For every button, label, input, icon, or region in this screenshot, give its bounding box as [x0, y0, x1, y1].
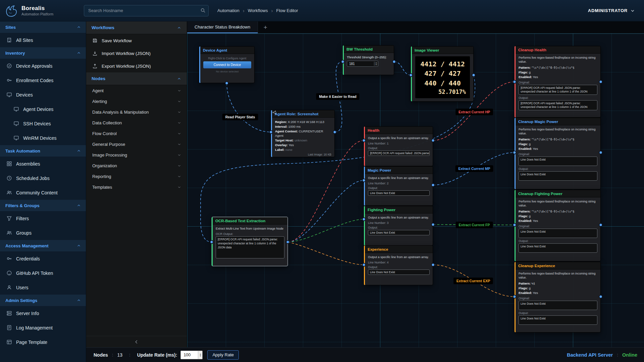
- section-admin-settings[interactable]: Admin Settings: [0, 295, 86, 306]
- sidebar-item-server-info[interactable]: Server Info: [0, 306, 86, 320]
- collapse-panel-button[interactable]: [86, 336, 187, 347]
- sidebar-item-filters[interactable]: Filters: [0, 211, 86, 226]
- connection-port[interactable]: [393, 60, 396, 63]
- breadcrumb-automation[interactable]: Automation: [217, 8, 239, 13]
- sidebar-item-label: Scheduled Jobs: [16, 176, 50, 181]
- connection-port[interactable]: [333, 131, 336, 134]
- user-menu[interactable]: ADMINISTRATOR: [588, 8, 635, 13]
- node-category-templates[interactable]: Templates: [86, 182, 187, 192]
- chevron-down-icon: [177, 131, 181, 136]
- section-sites[interactable]: Sites: [0, 21, 86, 33]
- sidebar-item-all-sites[interactable]: All Sites: [0, 33, 86, 47]
- connection-port[interactable]: [599, 80, 602, 83]
- sidebar-item-enrollment-codes[interactable]: Enrollment Codes: [0, 73, 86, 87]
- sidebar-item-label: Server Info: [16, 311, 39, 316]
- chevron-down-icon: [177, 142, 181, 146]
- sidebar-item-devices[interactable]: Devices: [0, 87, 86, 102]
- update-rate-label: Update Rate (ms):: [137, 352, 177, 358]
- breadcrumb-flow-editor[interactable]: Flow Editor: [276, 8, 298, 13]
- node-category-data-collection[interactable]: Data Collection: [86, 117, 187, 128]
- nodes-header[interactable]: Nodes: [86, 72, 187, 85]
- sidebar-item-ssh-devices[interactable]: SSH Devices: [0, 116, 86, 131]
- grid-icon: [6, 161, 12, 167]
- chevron-up-icon: [76, 148, 81, 153]
- connection-port[interactable]: [286, 241, 289, 244]
- sidebar-item-agent-devices[interactable]: Agent Devices: [0, 102, 86, 116]
- chevron-left-icon: [134, 339, 139, 345]
- connection-port[interactable]: [225, 82, 228, 85]
- tab-character-status-breakdown[interactable]: Character Status Breakdown: [187, 21, 258, 33]
- node-category-organization[interactable]: Organization: [86, 160, 187, 171]
- section-task-automation[interactable]: Task Automation: [0, 145, 86, 157]
- sidebar-item-assemblies[interactable]: Assemblies: [0, 157, 86, 171]
- workflows-header[interactable]: Workflows: [86, 21, 187, 34]
- export-icon: [92, 63, 98, 69]
- connection-port[interactable]: [432, 223, 435, 226]
- node-category-alerting[interactable]: Alerting: [86, 96, 187, 107]
- sidebar-item-users[interactable]: Users: [0, 280, 86, 295]
- node-category-reporting[interactable]: Reporting: [86, 171, 187, 182]
- connection-port[interactable]: [363, 139, 366, 142]
- import-workflow-json-button[interactable]: Import Workflow (JSON): [86, 47, 187, 60]
- connection-port[interactable]: [270, 131, 273, 134]
- breadcrumb: Automation › Workflows › Flow Editor: [217, 8, 298, 13]
- category-label: Image Processing: [92, 153, 127, 158]
- connection-port[interactable]: [210, 241, 213, 244]
- chevron-right-icon: ›: [271, 8, 273, 13]
- sidebar-item-credentials[interactable]: Credentials: [0, 251, 86, 266]
- connection-port[interactable]: [599, 224, 602, 227]
- tab-bar: Character Status Breakdown +: [187, 21, 644, 34]
- sidebar-item-log-management[interactable]: Log Management: [0, 320, 86, 335]
- connection-port[interactable]: [599, 295, 602, 298]
- connection-port[interactable]: [410, 74, 413, 77]
- sidebar-item-page-template[interactable]: Page Template: [0, 335, 86, 349]
- connection-port[interactable]: [513, 151, 516, 154]
- connection-port[interactable]: [363, 218, 366, 221]
- category-label: Agent: [92, 88, 104, 93]
- node-category-image-processing[interactable]: Image Processing: [86, 149, 187, 160]
- update-rate-input[interactable]: 100 ▲▼: [180, 351, 203, 359]
- save-workflow-button[interactable]: Save Workflow: [86, 34, 187, 47]
- connection-port[interactable]: [513, 295, 516, 298]
- section-filters-groups[interactable]: Filters & Groups: [0, 200, 86, 211]
- connection-port[interactable]: [341, 60, 344, 63]
- sidebar-item-scheduled-jobs[interactable]: Scheduled Jobs: [0, 171, 86, 185]
- section-access-management[interactable]: Access Management: [0, 240, 86, 251]
- connection-port[interactable]: [432, 263, 435, 266]
- connection-port[interactable]: [432, 184, 435, 187]
- connection-port[interactable]: [363, 263, 366, 266]
- export-workflow-json-button[interactable]: Export Workflow (JSON): [86, 60, 187, 72]
- section-inventory[interactable]: Inventory: [0, 47, 86, 59]
- node-category-flow-control[interactable]: Flow Control: [86, 128, 187, 139]
- monitor-icon: [6, 92, 12, 98]
- node-category-general-purpose[interactable]: General Purpose: [86, 139, 187, 149]
- status-bar: Nodes : 13 : Update Rate (ms): 100 ▲▼ Ap…: [86, 347, 644, 362]
- sidebar-item-device-approvals[interactable]: Device Approvals: [0, 59, 86, 73]
- sidebar-item-community-content[interactable]: Community Content: [0, 185, 86, 200]
- monitor-icon: [13, 135, 19, 141]
- node-category-agent[interactable]: Agent: [86, 85, 187, 96]
- borealis-logo: [4, 4, 18, 18]
- sidebar-item-groups[interactable]: Groups: [0, 226, 86, 240]
- sidebar-item-github-api-token[interactable]: GitHub API Token: [0, 266, 86, 280]
- import-icon: [92, 51, 98, 56]
- key-icon: [6, 77, 12, 83]
- connection-port[interactable]: [472, 74, 475, 77]
- apply-rate-button[interactable]: Apply Rate: [207, 350, 239, 360]
- connection-port[interactable]: [599, 151, 602, 154]
- chevron-up-icon: [76, 203, 81, 208]
- search-input[interactable]: [84, 5, 209, 16]
- breadcrumb-workflows[interactable]: Workflows: [248, 8, 268, 13]
- sidebar-item-label: Groups: [16, 230, 32, 236]
- spinner-arrows[interactable]: ▲▼: [198, 351, 202, 359]
- connection-port[interactable]: [363, 179, 366, 182]
- node-category-data-analysis-manipulation[interactable]: Data Analysis & Manipulation: [86, 107, 187, 117]
- chevron-up-icon: [76, 243, 81, 248]
- flow-canvas[interactable]: Device AgentRight-Click to Configure Age…: [187, 34, 644, 347]
- connection-port[interactable]: [513, 224, 516, 227]
- sidebar-item-winrm-devices[interactable]: WinRM Devices: [0, 131, 86, 145]
- connection-port[interactable]: [432, 139, 435, 142]
- chevron-down-icon: [177, 121, 181, 125]
- connection-port[interactable]: [513, 80, 516, 83]
- add-tab-button[interactable]: +: [258, 21, 273, 33]
